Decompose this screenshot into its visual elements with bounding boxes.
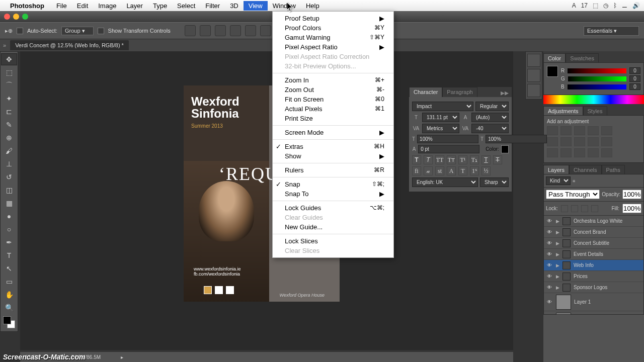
adj-invert-icon[interactable] <box>547 148 558 157</box>
leading-input[interactable]: (Auto) <box>471 113 509 122</box>
hscale-input[interactable] <box>486 135 547 143</box>
tab-layers[interactable]: Layers <box>543 165 569 174</box>
tab-color[interactable]: Color <box>543 53 566 62</box>
adj-threshold-icon[interactable] <box>574 148 585 157</box>
lock-all-icon[interactable] <box>591 205 598 212</box>
menu-item-proof-colors[interactable]: Proof Colors⌘Y <box>273 23 393 33</box>
layer-name[interactable]: Web Info <box>574 262 594 268</box>
zoom-tool[interactable]: 🔍 <box>1 302 17 314</box>
adj-selective-icon[interactable] <box>601 148 612 157</box>
dropbox-icon[interactable]: ⬚ <box>593 2 598 9</box>
menu-item-new-guide-[interactable]: New Guide... <box>273 222 393 232</box>
vscale-input[interactable] <box>417 135 478 143</box>
align-btn-6[interactable] <box>260 25 271 36</box>
lock-transparent-icon[interactable] <box>561 205 568 212</box>
menu-window[interactable]: Window <box>268 1 301 11</box>
menu-item-screen-mode[interactable]: Screen Mode▶ <box>273 128 393 137</box>
layer-thumbnail[interactable] <box>556 313 571 315</box>
disclosure-triangle-icon[interactable]: ▶ <box>556 285 559 290</box>
stamp-tool[interactable]: ⊥ <box>1 158 17 170</box>
gradient-tool[interactable]: ▦ <box>1 197 17 209</box>
layer-row[interactable]: 👁 ▶ Concert Subtitle <box>544 238 643 249</box>
color-value-b[interactable]: 0 <box>629 83 640 90</box>
shape-tool[interactable]: ▭ <box>1 276 17 288</box>
visibility-toggle-icon[interactable]: 👁 <box>546 229 553 236</box>
antialias-select[interactable]: Sharp <box>480 177 509 187</box>
menu-item-print-size[interactable]: Print Size <box>273 114 393 123</box>
tab-styles[interactable]: Styles <box>583 106 607 115</box>
visibility-toggle-icon[interactable]: 👁 <box>546 273 553 280</box>
menu-item-lock-guides[interactable]: Lock Guides⌥⌘; <box>273 203 393 213</box>
type-tool[interactable]: T <box>1 249 17 261</box>
subscript-button[interactable]: T₁ <box>470 155 479 164</box>
tab-paths[interactable]: Paths <box>602 165 625 174</box>
align-btn-3[interactable] <box>215 25 226 36</box>
text-color-swatch[interactable] <box>501 145 509 153</box>
color-swatch-tool[interactable] <box>3 316 15 328</box>
hand-tool[interactable]: ✋ <box>1 289 17 301</box>
layer-name[interactable]: Concert Subtitle <box>574 240 609 246</box>
pen-tool[interactable]: ✒ <box>1 236 17 248</box>
font-style-select[interactable]: Regular <box>475 102 509 111</box>
layer-row[interactable]: 👁 ▶ Event Details <box>544 249 643 260</box>
color-slider-b[interactable] <box>568 84 626 89</box>
ot-fi-button[interactable]: fi <box>412 166 421 175</box>
document-tab[interactable]: Verdi Concert @ 12.5% (Web Info, RGB/8) … <box>10 40 129 50</box>
lock-pixels-icon[interactable] <box>571 205 578 212</box>
layer-name[interactable]: Prices <box>574 274 588 279</box>
layer-row[interactable]: 👁 ▶ Sponsor Logos <box>544 282 643 293</box>
color-fg-swatch[interactable] <box>547 66 558 77</box>
language-select[interactable]: English: UK <box>412 177 478 187</box>
adj-mixer-icon[interactable] <box>588 137 599 146</box>
kerning-select[interactable]: Metrics <box>422 124 459 133</box>
move-tool[interactable]: ✥ <box>1 53 17 65</box>
bold-button[interactable]: T <box>412 155 421 164</box>
layer-name[interactable]: Event Details <box>574 251 603 257</box>
adj-brightness-icon[interactable] <box>547 126 558 135</box>
menu-item-snap-to[interactable]: Snap To▶ <box>273 189 393 199</box>
color-value-r[interactable]: 0 <box>629 67 640 74</box>
adj-levels-icon[interactable] <box>560 126 572 135</box>
wand-tool[interactable]: ✦ <box>1 93 17 105</box>
path-tool[interactable]: ↖ <box>1 262 17 275</box>
lock-position-icon[interactable] <box>581 205 588 212</box>
expand-tabs-icon[interactable]: » <box>3 42 6 48</box>
layer-row[interactable]: 👁 Layer 1 <box>544 293 643 311</box>
menu-edit[interactable]: Edit <box>72 1 93 11</box>
menu-item-extras[interactable]: ✓Extras⌘H <box>273 142 393 151</box>
adj-bw-icon[interactable] <box>560 137 572 146</box>
menu-layer[interactable]: Layer <box>121 1 148 11</box>
color-value-g[interactable]: 0 <box>629 75 640 82</box>
disclosure-triangle-icon[interactable]: ▶ <box>556 219 559 224</box>
dock-history-icon[interactable] <box>527 54 540 67</box>
menu-item-rulers[interactable]: Rulers⌘R <box>273 165 393 175</box>
adj-posterize-icon[interactable] <box>560 148 572 157</box>
clock-icon[interactable]: ◷ <box>603 2 608 9</box>
align-btn-5[interactable] <box>245 25 256 36</box>
auto-select-checkbox[interactable] <box>17 28 23 34</box>
history-brush-tool[interactable]: ↺ <box>1 171 17 183</box>
visibility-toggle-icon[interactable]: 👁 <box>546 251 553 258</box>
ot-titling-button[interactable]: T <box>458 166 467 175</box>
menu-3d[interactable]: 3D <box>225 1 244 11</box>
menu-type[interactable]: Type <box>148 1 172 11</box>
visibility-toggle-icon[interactable]: 👁 <box>546 299 553 306</box>
minimize-window-button[interactable] <box>13 14 19 20</box>
superscript-button[interactable]: T¹ <box>458 155 467 164</box>
layer-row[interactable]: 👁 ▶ Orchestra Logo White <box>544 216 643 227</box>
layer-name[interactable]: Orchestra Logo White <box>574 218 622 224</box>
strikethrough-button[interactable]: T <box>493 155 502 164</box>
font-size-input[interactable]: 131.11 pt <box>422 113 459 122</box>
tab-paragraph[interactable]: Paragraph <box>442 87 477 97</box>
volume-icon[interactable]: 🔊 <box>632 2 640 9</box>
menu-image[interactable]: Image <box>93 1 121 11</box>
eraser-tool[interactable]: ◫ <box>1 184 17 196</box>
allcaps-button[interactable]: TT <box>435 155 444 164</box>
menu-item-zoom-in[interactable]: Zoom In⌘+ <box>273 75 393 85</box>
align-btn-4[interactable] <box>230 25 241 36</box>
layer-name[interactable]: Sponsor Logos <box>574 285 607 290</box>
menu-select[interactable]: Select <box>172 1 200 11</box>
adj-hue-icon[interactable] <box>547 137 558 146</box>
ot-ad-button[interactable]: A <box>447 166 456 175</box>
zoom-window-button[interactable] <box>22 14 28 20</box>
